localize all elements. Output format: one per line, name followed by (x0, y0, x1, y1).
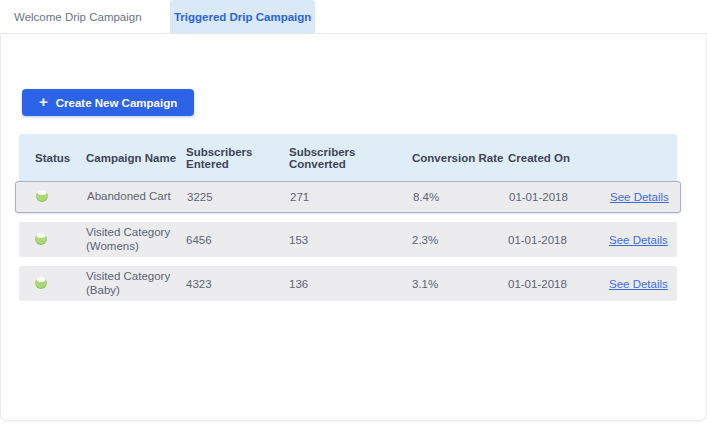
see-details-link[interactable]: See Details (609, 278, 668, 290)
header-created-on: Created On (508, 152, 601, 164)
status-active-icon (36, 190, 48, 202)
tab-triggered-drip-campaign[interactable]: Triggered Drip Campaign (170, 0, 315, 33)
created-on-cell: 01-01-2018 (508, 278, 601, 290)
status-active-icon (35, 233, 47, 245)
subscribers-entered-cell: 3225 (187, 191, 290, 203)
subscribers-converted-cell: 136 (289, 278, 412, 290)
subscribers-entered-cell: 6456 (186, 234, 289, 246)
subscribers-entered-cell: 4323 (186, 278, 289, 290)
header-subscribers-converted: Subscribers Converted (289, 146, 412, 170)
header-status: Status (19, 152, 86, 164)
create-new-campaign-button[interactable]: + Create New Campaign (22, 89, 194, 116)
header-campaign-name: Campaign Name (86, 152, 186, 164)
table-row[interactable]: Visited Category (Womens) 6456 153 2.3% … (19, 222, 677, 257)
created-on-cell: 01-01-2018 (509, 191, 602, 203)
header-conversion-rate: Conversion Rate (412, 152, 508, 164)
campaign-name-cell: Visited Category (Baby) (86, 270, 186, 297)
conversion-rate-cell: 8.4% (413, 191, 509, 203)
table-row[interactable]: Abandoned Cart 3225 271 8.4% 01-01-2018 … (15, 181, 681, 213)
subscribers-converted-cell: 271 (290, 191, 413, 203)
see-details-link[interactable]: See Details (610, 191, 669, 203)
campaign-name-cell: Visited Category (Womens) (86, 226, 186, 253)
see-details-link[interactable]: See Details (609, 234, 668, 246)
plus-icon: + (39, 94, 48, 109)
created-on-cell: 01-01-2018 (508, 234, 601, 246)
campaign-name-cell: Abandoned Cart (87, 190, 187, 204)
create-button-label: Create New Campaign (56, 97, 177, 109)
campaigns-table: Status Campaign Name Subscribers Entered… (19, 134, 677, 310)
status-active-icon (35, 277, 47, 289)
header-subscribers-entered: Subscribers Entered (186, 146, 289, 170)
content-panel: + Create New Campaign Status Campaign Na… (0, 33, 707, 421)
table-row[interactable]: Visited Category (Baby) 4323 136 3.1% 01… (19, 266, 677, 301)
table-header-row: Status Campaign Name Subscribers Entered… (19, 134, 677, 181)
tab-bar: Welcome Drip Campaign Triggered Drip Cam… (0, 0, 707, 33)
subscribers-converted-cell: 153 (289, 234, 412, 246)
campaign-dashboard: Welcome Drip Campaign Triggered Drip Cam… (0, 0, 707, 446)
tab-welcome-drip-campaign[interactable]: Welcome Drip Campaign (0, 0, 170, 33)
conversion-rate-cell: 3.1% (412, 278, 508, 290)
conversion-rate-cell: 2.3% (412, 234, 508, 246)
